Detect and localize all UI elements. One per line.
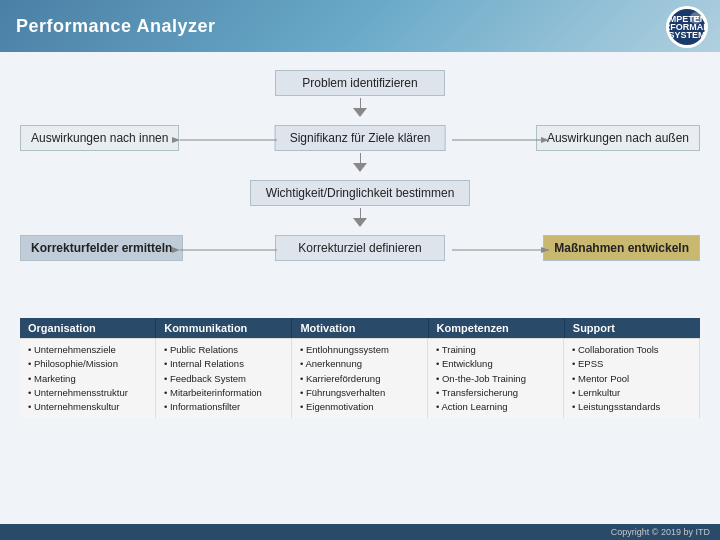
box-signifikanz: Signifikanz für Ziele klären <box>275 125 446 151</box>
list-item: Karriereförderung <box>300 372 419 386</box>
header: Performance Analyzer COMPETENCY PERFORMA… <box>0 0 720 52</box>
list-item: Internal Relations <box>164 357 283 371</box>
table-cell-support: Collaboration Tools EPSS Mentor Pool Ler… <box>564 338 700 418</box>
footer-text: Copyright © 2019 by ITD <box>611 527 710 537</box>
list-item: Transfersicherung <box>436 386 555 400</box>
list-item: Anerkennung <box>300 357 419 371</box>
list-item: Public Relations <box>164 343 283 357</box>
logo: COMPETENCY PERFORMANCE SYSTEM P <box>666 6 708 48</box>
list-item: Unternehmenskultur <box>28 400 147 414</box>
box-korrekturfelder: Korrekturfelder ermitteln <box>20 235 183 261</box>
list-item: Mitarbeiterinformation <box>164 386 283 400</box>
box-problem: Problem identifizieren <box>275 70 445 96</box>
list-item: Training <box>436 343 555 357</box>
table-cell-motivation: Entlohnungssystem Anerkennung Karrierefö… <box>292 338 428 418</box>
table-header-motivation: Motivation <box>292 318 428 338</box>
table-header-support: Support <box>565 318 700 338</box>
list-item: Entwicklung <box>436 357 555 371</box>
box-korrekturziel: Korrekturziel definieren <box>275 235 445 261</box>
table-cell-kommunikation: Public Relations Internal Relations Feed… <box>156 338 292 418</box>
table-cell-organisation: Unternehmensziele Philosophie/Mission Ma… <box>20 338 156 418</box>
list-item: Unternehmensstruktur <box>28 386 147 400</box>
list-item: On-the-Job Training <box>436 372 555 386</box>
list-item: Mentor Pool <box>572 372 691 386</box>
list-item: Marketing <box>28 372 147 386</box>
arrow-aussen <box>452 130 557 150</box>
footer: Copyright © 2019 by ITD <box>0 524 720 540</box>
list-item: Action Learning <box>436 400 555 414</box>
table-header-organisation: Organisation <box>20 318 156 338</box>
list-item: Collaboration Tools <box>572 343 691 357</box>
list-item: Feedback System <box>164 372 283 386</box>
arrow-massnahmen <box>452 240 557 260</box>
list-item: Eigenmotivation <box>300 400 419 414</box>
list-item: Entlohnungssystem <box>300 343 419 357</box>
main-content: Problem identifizieren Signifikanz für Z… <box>0 52 720 540</box>
box-auswirkungen-innen: Auswirkungen nach innen <box>20 125 179 151</box>
box-wichtigkeit: Wichtigkeit/Dringlichkeit bestimmen <box>250 180 470 206</box>
list-item: Führungsverhalten <box>300 386 419 400</box>
box-massnahmen: Maßnahmen entwickeln <box>543 235 700 261</box>
header-title: Performance Analyzer <box>16 16 215 37</box>
bottom-table: Organisation Kommunikation Motivation Ko… <box>20 318 700 418</box>
table-header-kompetenzen: Kompetenzen <box>429 318 565 338</box>
table-body-row: Unternehmensziele Philosophie/Mission Ma… <box>20 338 700 418</box>
list-item: Leistungsstandards <box>572 400 691 414</box>
list-item: Unternehmensziele <box>28 343 147 357</box>
arrow-korrektur <box>172 240 277 260</box>
table-cell-kompetenzen: Training Entwicklung On-the-Job Training… <box>428 338 564 418</box>
svg-text:P: P <box>693 14 699 23</box>
flowchart: Problem identifizieren Signifikanz für Z… <box>20 70 700 310</box>
list-item: EPSS <box>572 357 691 371</box>
table-header-kommunikation: Kommunikation <box>156 318 292 338</box>
table-header-row: Organisation Kommunikation Motivation Ko… <box>20 318 700 338</box>
arrow-innen <box>172 130 277 150</box>
list-item: Informationsfilter <box>164 400 283 414</box>
list-item: Lernkultur <box>572 386 691 400</box>
svg-text:SYSTEM: SYSTEM <box>668 30 705 40</box>
box-auswirkungen-aussen: Auswirkungen nach außen <box>536 125 700 151</box>
list-item: Philosophie/Mission <box>28 357 147 371</box>
